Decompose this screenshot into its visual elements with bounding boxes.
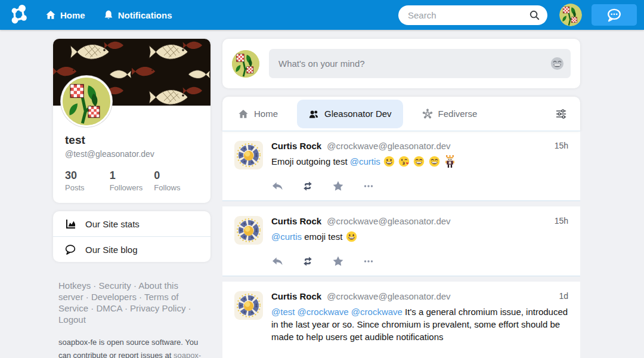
sidebar-item-site-blog[interactable]: Our Site blog — [53, 236, 210, 262]
profile-card: test @test@gleasonator.dev 30 Posts 1 Fo… — [53, 39, 210, 203]
timeline-tabs: Home Gleasonator Dev Fediverse — [222, 97, 580, 131]
sidebar-footer: HotkeysSecurityAbout this serverDevelope… — [53, 280, 210, 358]
sidebar-item-label: Our Site stats — [85, 219, 140, 229]
profile-avatar[interactable] — [61, 76, 112, 127]
footer-link-logout[interactable]: Logout — [58, 314, 86, 325]
compose-input[interactable] — [269, 49, 571, 78]
post-timestamp[interactable]: 1d — [559, 291, 568, 301]
footer-link-privacy[interactable]: Privacy Policy — [130, 303, 191, 313]
emoji-grinning-face-icon — [383, 156, 395, 167]
stat-followers[interactable]: 1 Followers — [110, 169, 154, 192]
reply-icon[interactable] — [271, 255, 283, 267]
footer-link-dmca[interactable]: DMCA — [96, 303, 130, 313]
mention-link[interactable]: @curtis — [271, 232, 302, 242]
mention-link[interactable]: @crockwave — [298, 307, 349, 317]
tab-fediverse[interactable]: Fediverse — [419, 100, 481, 128]
profile-display-name: test — [65, 134, 199, 147]
compose-avatar[interactable] — [232, 50, 259, 78]
post-content: @test @crockwave @crockwave It's a gener… — [271, 305, 568, 343]
more-ellipsis-icon[interactable] — [363, 180, 374, 192]
emoji-beaming-face-icon — [413, 156, 425, 167]
navbar-notifications-label: Notifications — [118, 10, 172, 20]
post-author-name[interactable]: Curtis Rock — [271, 216, 321, 226]
chat-bubble-icon — [606, 8, 623, 22]
navbar-home-label: Home — [60, 10, 85, 20]
search-icon[interactable] — [529, 10, 540, 21]
post-actions — [271, 255, 568, 267]
fediverse-icon — [422, 109, 433, 119]
top-navbar: Home Notifications — [0, 0, 644, 30]
post-author-avatar[interactable] — [234, 141, 263, 169]
avatar-flower-art — [559, 4, 582, 26]
avatar-flower-art — [232, 50, 259, 78]
post-author-handle: @crockwave@gleasonator.dev — [327, 141, 450, 151]
mention-link[interactable]: @curtis — [350, 156, 380, 166]
comment-icon — [64, 243, 76, 255]
emoji-beaming-face-icon — [429, 156, 440, 167]
avatar-flower-art — [63, 78, 110, 125]
area-chart-icon — [64, 218, 76, 230]
post: 15h Curtis Rock @crockwave@gleasonator.d… — [222, 131, 580, 201]
favourite-star-icon[interactable] — [332, 180, 344, 192]
footer-link-hotkeys[interactable]: Hotkeys — [58, 280, 99, 291]
emoji-face-blowing-kiss-icon — [398, 156, 410, 167]
mention-link[interactable]: @test — [271, 307, 295, 317]
post-content: @curtis emoji test — [271, 230, 568, 243]
post: 1d Curtis Rock @crockwave@gleasonator.de… — [222, 282, 580, 358]
bell-icon — [103, 10, 114, 20]
post-timestamp[interactable]: 15h — [555, 216, 568, 226]
navbar-user-avatar[interactable] — [559, 4, 582, 26]
sidebar-item-label: Our Site blog — [85, 245, 138, 255]
post-author-avatar[interactable] — [234, 291, 263, 320]
search-input[interactable] — [398, 5, 547, 25]
post-content: Emoji outgoing test @curtis — [271, 155, 568, 168]
sidebar-nav-card: Our Site stats Our Site blog — [53, 211, 210, 262]
post-author-name[interactable]: Curtis Rock — [271, 141, 321, 151]
stat-follows[interactable]: 0 Follows — [154, 169, 199, 192]
repost-icon[interactable] — [302, 255, 314, 267]
emoji-grinning-face-icon — [346, 231, 357, 242]
navbar-home-link[interactable]: Home — [45, 10, 85, 20]
post: 15h Curtis Rock @crockwave@gleasonator.d… — [222, 206, 580, 276]
profile-stats: 30 Posts 1 Followers 0 Follows — [65, 169, 199, 192]
post-author-avatar[interactable] — [234, 216, 263, 245]
profile-handle: @test@gleasonator.dev — [65, 149, 199, 159]
gleasonator-logo-icon[interactable] — [7, 4, 30, 26]
navbar-notifications-link[interactable]: Notifications — [103, 10, 172, 20]
footer-link-developers[interactable]: Developers — [91, 292, 144, 302]
favourite-star-icon[interactable] — [332, 255, 344, 267]
post-author-handle: @crockwave@gleasonator.dev — [327, 216, 450, 226]
timeline: Home Gleasonator Dev Fediverse 15h — [222, 97, 580, 358]
tab-gleasonator-dev[interactable]: Gleasonator Dev — [297, 100, 403, 128]
emoji-picker-icon[interactable] — [550, 57, 564, 70]
home-icon — [45, 10, 56, 20]
emoji-custom-pixel-doll-icon — [444, 155, 456, 168]
mention-link[interactable]: @crockwave — [351, 307, 402, 317]
footer-links: HotkeysSecurityAbout this serverDevelope… — [58, 280, 197, 325]
home-icon — [238, 109, 249, 119]
tab-home[interactable]: Home — [234, 100, 281, 128]
post-author-name[interactable]: Curtis Rock — [271, 291, 321, 301]
compose-card — [222, 39, 580, 88]
stat-posts[interactable]: 30 Posts — [65, 169, 110, 192]
chat-button[interactable] — [592, 4, 637, 26]
more-ellipsis-icon[interactable] — [363, 255, 374, 267]
post-timestamp[interactable]: 15h — [555, 141, 568, 150]
sidebar-item-site-stats[interactable]: Our Site stats — [53, 211, 210, 236]
post-actions — [271, 180, 568, 192]
reply-icon[interactable] — [271, 180, 283, 192]
search-box — [398, 5, 547, 25]
footer-about: soapbox-fe is open source software. You … — [58, 336, 209, 358]
users-icon — [308, 109, 319, 119]
footer-link-security[interactable]: Security — [99, 280, 139, 291]
post-author-handle: @crockwave@gleasonator.dev — [327, 291, 450, 301]
column-settings-sliders-icon[interactable] — [555, 108, 567, 120]
repost-icon[interactable] — [302, 180, 314, 192]
